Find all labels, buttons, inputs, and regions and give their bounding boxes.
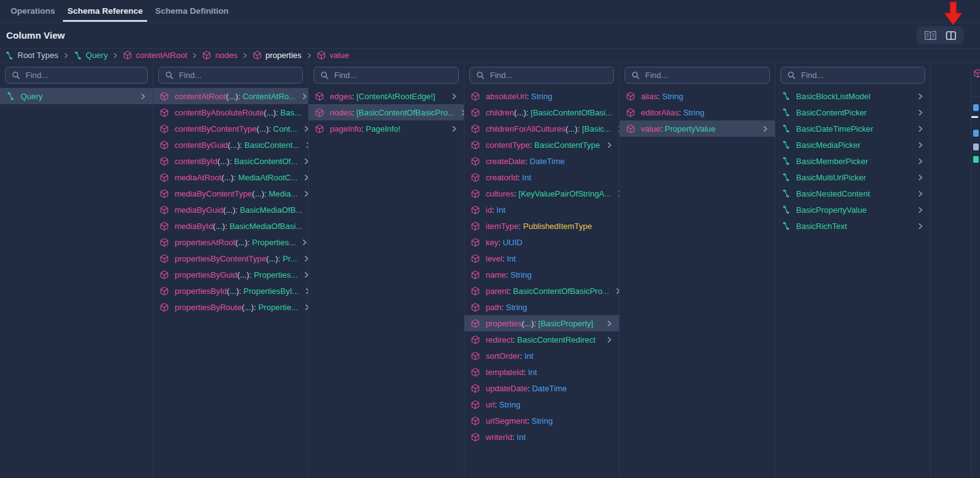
hexagon-cube-icon	[160, 286, 169, 296]
schema-column-3: edges: [ContentAtRootEdge!]nodes: [Basic…	[309, 62, 464, 478]
search-icon	[320, 71, 329, 79]
schema-column-5: alias: StringeditorAlias: Stringvalue: P…	[620, 62, 776, 478]
item-BasicMediaPicker[interactable]: BasicMediaPicker	[776, 137, 930, 153]
item-parent[interactable]: parent: BasicContentOfBasicPro...	[464, 283, 619, 299]
item-name[interactable]: name: String	[464, 266, 619, 283]
item-label: propertiesByContentType(...): Pr...	[175, 254, 297, 263]
chevron-right-icon	[917, 125, 924, 132]
item-value[interactable]: value: PropertyValue	[620, 120, 775, 137]
item-cultures[interactable]: cultures: [KeyValuePairOfStringA...	[464, 185, 619, 202]
hexagon-cube-icon	[160, 140, 169, 150]
item-contentType[interactable]: contentType: BasicContentType	[464, 137, 619, 153]
hexagon-cube-icon	[160, 124, 169, 134]
item-propertiesByRoute[interactable]: propertiesByRoute(...): Propertie...	[153, 299, 308, 315]
type-tree-icon	[782, 189, 790, 198]
find-searchbox	[158, 67, 303, 84]
tab-schema-definition[interactable]: Schema Definition	[151, 0, 233, 22]
book-icon[interactable]	[924, 31, 937, 41]
item-mediaByContentType[interactable]: mediaByContentType(...): Media...	[153, 185, 308, 202]
item-BasicBlockListModel[interactable]: BasicBlockListModel	[776, 88, 930, 104]
breadcrumb-query[interactable]: Query	[74, 51, 108, 60]
item-label: BasicMemberPicker	[796, 157, 868, 166]
item-alias[interactable]: alias: String	[620, 88, 775, 104]
chevron-right-icon	[460, 109, 464, 116]
item-label: BasicContentPicker	[796, 108, 867, 117]
find-input[interactable]	[801, 71, 918, 80]
breadcrumb-contentatroot[interactable]: contentAtRoot	[123, 51, 187, 60]
item-templateId[interactable]: templateId: Int	[464, 364, 619, 380]
item-updateDate[interactable]: updateDate: DateTime	[464, 380, 619, 396]
item-BasicMemberPicker[interactable]: BasicMemberPicker	[776, 153, 930, 169]
item-BasicRichText[interactable]: BasicRichText	[776, 218, 930, 234]
split-columns-icon[interactable]	[946, 31, 956, 41]
breadcrumb-properties[interactable]: properties	[252, 51, 302, 60]
item-creatorId[interactable]: creatorId: Int	[464, 169, 619, 185]
item-propertiesAtRoot[interactable]: propertiesAtRoot(...): Properties...	[153, 234, 308, 250]
schema-column-6: BasicBlockListModelBasicContentPickerBas…	[776, 62, 931, 478]
item-properties[interactable]: properties(...): [BasicProperty]	[464, 315, 619, 331]
item-propertiesById[interactable]: propertiesById(...): PropertiesByI...	[153, 283, 308, 299]
chevron-right-icon	[917, 109, 924, 116]
item-nodes[interactable]: nodes: [BasicContentOfBasicPro...	[309, 104, 464, 120]
item-itemType[interactable]: itemType: PublishedItemType	[464, 218, 619, 234]
item-childrenForAllCultures[interactable]: childrenForAllCultures(...): [Basic...	[464, 120, 619, 137]
item-contentAtRoot[interactable]: contentAtRoot(...): ContentAtRo...	[153, 88, 308, 104]
item-url[interactable]: url: String	[464, 396, 619, 412]
item-children[interactable]: children(...): [BasicContentOfBasi...	[464, 104, 619, 120]
item-BasicPropertyValue[interactable]: BasicPropertyValue	[776, 202, 930, 218]
find-input[interactable]	[179, 71, 296, 80]
item-id[interactable]: id: Int	[464, 202, 619, 218]
item-list: BasicBlockListModelBasicContentPickerBas…	[776, 88, 930, 234]
item-mediaById[interactable]: mediaById(...): BasicMediaOfBasi...	[153, 218, 308, 234]
item-label: level: Int	[486, 254, 516, 263]
breadcrumb-root-types[interactable]: Root Types	[5, 51, 59, 60]
breadcrumb-nodes[interactable]: nodes	[202, 51, 237, 60]
item-label: BasicPropertyValue	[796, 205, 867, 215]
breadcrumb-separator-icon	[306, 52, 312, 59]
item-propertiesByContentType[interactable]: propertiesByContentType(...): Pr...	[153, 250, 308, 266]
item-urlSegment[interactable]: urlSegment: String	[464, 412, 619, 429]
chevron-right-icon	[303, 190, 309, 197]
item-sortOrder[interactable]: sortOrder: Int	[464, 348, 619, 364]
item-contentByGuid[interactable]: contentByGuid(...): BasicContent...	[153, 137, 308, 153]
item-path[interactable]: path: String	[464, 299, 619, 315]
tab-schema-reference[interactable]: Schema Reference	[63, 0, 147, 22]
hexagon-cube-icon	[315, 124, 324, 134]
item-editorAlias[interactable]: editorAlias: String	[620, 104, 775, 120]
item-writerId[interactable]: writerId: Int	[464, 429, 619, 445]
item-BasicNestedContent[interactable]: BasicNestedContent	[776, 185, 930, 202]
item-label: BasicDateTimePicker	[796, 124, 873, 134]
item-label: mediaById(...): BasicMediaOfBasi...	[175, 222, 302, 231]
item-createDate[interactable]: createDate: DateTime	[464, 153, 619, 169]
item-BasicMultiUrlPicker[interactable]: BasicMultiUrlPicker	[776, 169, 930, 185]
item-level[interactable]: level: Int	[464, 250, 619, 266]
item-key[interactable]: key: UUID	[464, 234, 619, 250]
item-label: name: String	[486, 270, 532, 280]
find-input[interactable]	[645, 71, 763, 80]
item-mediaAtRoot[interactable]: mediaAtRoot(...): MediaAtRootC...	[153, 169, 308, 185]
hexagon-cube-icon	[160, 205, 169, 215]
item-contentByAbsoluteRoute[interactable]: contentByAbsoluteRoute(...): Bas...	[153, 104, 308, 120]
breadcrumb-value[interactable]: value	[317, 51, 349, 60]
item-edges[interactable]: edges: [ContentAtRootEdge!]	[309, 88, 464, 104]
item-BasicDateTimePicker[interactable]: BasicDateTimePicker	[776, 120, 930, 137]
item-mediaByGuid[interactable]: mediaByGuid(...): BasicMediaOfB...	[153, 202, 308, 218]
item-absoluteUrl[interactable]: absoluteUrl: String	[464, 88, 619, 104]
breadcrumb-separator-icon	[112, 52, 118, 59]
item-BasicContentPicker[interactable]: BasicContentPicker	[776, 104, 930, 120]
item-propertiesByGuid[interactable]: propertiesByGuid(...): Properties...	[153, 266, 308, 283]
hexagon-cube-icon	[471, 351, 480, 361]
chevron-right-icon	[606, 336, 613, 343]
item-label: value: PropertyValue	[641, 124, 716, 134]
item-Query[interactable]: Query	[0, 88, 153, 104]
breadcrumb: Root TypesQuerycontentAtRootnodespropert…	[0, 49, 980, 62]
item-pageInfo[interactable]: pageInfo: PageInfo!	[309, 120, 464, 137]
item-contentByContentType[interactable]: contentByContentType(...): Cont...	[153, 120, 308, 137]
item-label: BasicMediaPicker	[796, 140, 860, 150]
find-input[interactable]	[490, 71, 607, 80]
find-input[interactable]	[26, 71, 141, 80]
find-input[interactable]	[334, 71, 452, 80]
tab-operations[interactable]: Operations	[6, 0, 59, 22]
item-redirect[interactable]: redirect: BasicContentRedirect	[464, 331, 619, 348]
item-contentById[interactable]: contentById(...): BasicContentOf...	[153, 153, 308, 169]
